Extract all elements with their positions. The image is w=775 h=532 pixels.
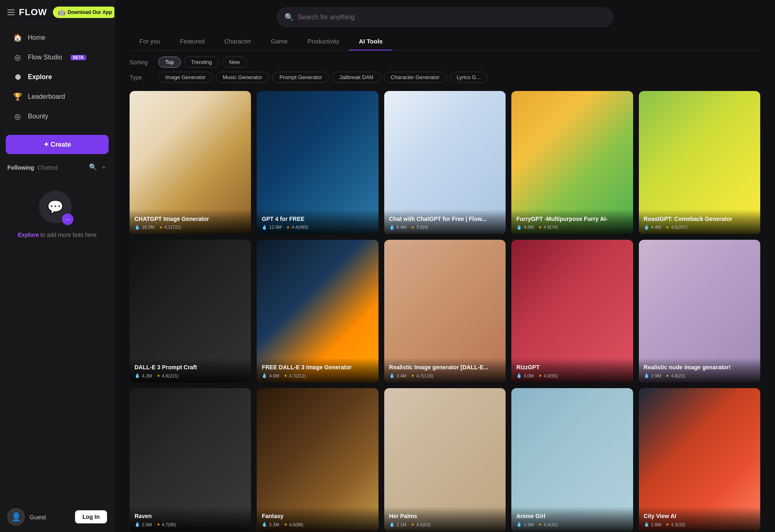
search-input[interactable]	[298, 14, 605, 21]
card-meta: 💧 2.1M · ★ 4.5(63)	[389, 522, 501, 527]
add-following-icon[interactable]: ＋	[100, 163, 107, 172]
star-icon: ★	[666, 522, 669, 527]
card-image: Raven 💧 2.5M · ★ 4.7(95)	[130, 388, 251, 531]
card-title: Chat with ChatGPT for Free | Flow...	[389, 215, 501, 223]
type-character-gen[interactable]: Character Generator	[384, 72, 447, 83]
type-jailbreak[interactable]: Jailbreak DAN	[332, 72, 380, 83]
card-overlay: Fantasy 💧 2.3M · ★ 4.6(88)	[257, 507, 378, 531]
rating: 3.8(4)	[416, 225, 428, 230]
tab-game[interactable]: Game	[261, 34, 298, 50]
card-title: Anime Girl	[516, 512, 628, 520]
bounty-icon: ◎	[13, 112, 22, 121]
user-count: 4.4M	[651, 225, 661, 230]
star-icon: ★	[666, 373, 669, 378]
user-count: 4.0M	[269, 373, 279, 378]
type-image-gen[interactable]: Image Generator	[158, 72, 212, 83]
card-fantasy[interactable]: Fantasy 💧 2.3M · ★ 4.6(88)	[257, 388, 378, 531]
card-title: Her Palms	[389, 512, 501, 520]
rating: 4.7(211)	[289, 373, 306, 378]
user-count: 2.9M	[651, 373, 661, 378]
card-image: FurryGPT -Multipurpose Furry AI- 💧 4.8M …	[511, 91, 633, 234]
card-anime-girl[interactable]: Anime Girl 💧 1.9M · ★ 4.4(41)	[511, 388, 633, 531]
users-icon: 💧	[389, 522, 395, 527]
sidebar-item-bounty[interactable]: ◎ Bounty	[4, 107, 110, 126]
create-button[interactable]: ✦ Create	[6, 135, 109, 154]
user-count: 2.3M	[269, 522, 279, 527]
user-count: 3.4M	[397, 373, 406, 378]
sidebar-item-flowstudio[interactable]: ◎ Flow Studio BETA	[4, 48, 110, 67]
login-button[interactable]: Log In	[75, 510, 107, 523]
users-icon: 💧	[262, 522, 267, 527]
rating: 4.8(22)	[671, 373, 685, 378]
sort-top[interactable]: Top	[158, 57, 181, 68]
card-title: Fantasy	[262, 512, 373, 520]
tab-character[interactable]: Character	[214, 34, 261, 50]
card-image: Realistic Image generator [DALL-E... 💧 3…	[384, 240, 506, 383]
card-realistic-image[interactable]: Realistic Image generator [DALL-E... 💧 3…	[384, 240, 506, 383]
user-count: 1.9M	[524, 522, 533, 527]
sidebar-item-home[interactable]: 🏠 Home	[4, 28, 110, 47]
card-chatgpt-image[interactable]: CHATGPT Image Generator 💧 18.3M · ★ 4.1(…	[130, 91, 251, 234]
type-prompt-gen[interactable]: Prompt Generator	[272, 72, 329, 83]
tab-for-you[interactable]: For you	[130, 34, 170, 50]
sidebar-nav: 🏠 Home ◎ Flow Studio BETA ⊕ Explore 🏆 Le…	[0, 23, 114, 131]
download-app-button[interactable]: 🤖 Download Our App	[53, 7, 115, 18]
explore-icon: ⊕	[13, 73, 22, 82]
rating: 4.6(207)	[671, 225, 688, 230]
tab-ai-tools[interactable]: AI Tools	[349, 34, 392, 50]
card-image: Her Palms 💧 2.1M · ★ 4.5(63)	[384, 388, 506, 531]
user-count: 4.2M	[142, 373, 152, 378]
tab-productivity[interactable]: Productivity	[298, 34, 349, 50]
card-city-view[interactable]: City View AI 💧 1.8M · ★ 4.3(33)	[639, 388, 760, 531]
card-title: FREE DALL-E 3 Image Generator	[262, 364, 373, 371]
star-icon: ★	[157, 522, 160, 527]
bot-icon: 🤖	[58, 9, 66, 16]
sidebar: FLOW 🤖 Download Our App 🏠 Home ◎ Flow St…	[0, 0, 115, 532]
users-icon: 💧	[134, 373, 140, 378]
type-lyrics[interactable]: Lyrics G...	[450, 72, 488, 83]
card-image: RizzGPT 💧 3.0M · ★ 4.0(55)	[511, 240, 633, 383]
guest-label: Guest	[30, 514, 46, 521]
card-rizzgpt[interactable]: RizzGPT 💧 3.0M · ★ 4.0(55)	[511, 240, 633, 383]
rating: 4.0(55)	[544, 373, 558, 378]
card-chat-chatgpt[interactable]: Chat with ChatGPT for Free | Flow... 💧 8…	[384, 91, 506, 234]
search-following-icon[interactable]: 🔍	[89, 163, 97, 172]
card-roastgpt[interactable]: RoastGPT: Comeback Generator 💧 4.4M · ★ …	[639, 91, 760, 234]
card-meta: 💧 4.2M · ★ 4.8(221)	[134, 373, 246, 378]
sidebar-item-explore[interactable]: ⊕ Explore	[4, 68, 110, 86]
search-bar: 🔍	[277, 7, 613, 27]
card-furrygpt[interactable]: FurryGPT -Multipurpose Furry AI- 💧 4.8M …	[511, 91, 633, 234]
card-free-dalle3[interactable]: FREE DALL-E 3 Image Generator 💧 4.0M · ★…	[257, 240, 378, 383]
hamburger-icon[interactable]	[7, 9, 15, 15]
card-image: GPT 4 for FREE 💧 12.0M · ★ 4.4(485)	[257, 91, 378, 234]
user-count: 2.5M	[142, 522, 152, 527]
sort-trending[interactable]: Trending	[184, 57, 219, 68]
rating: 4.8(221)	[162, 373, 179, 378]
sidebar-footer: 👤 Guest Log In	[0, 501, 114, 532]
sorting-label: Sorting	[130, 59, 154, 66]
card-realistic-nude[interactable]: Realistic nude image genarator! 💧 2.9M ·…	[639, 240, 760, 383]
search-bar-wrap: 🔍	[130, 7, 760, 34]
card-title: City View AI	[644, 512, 755, 520]
card-dalle3[interactable]: DALL-E 3 Prompt Craft 💧 4.2M · ★ 4.8(221…	[130, 240, 251, 383]
card-image: City View AI 💧 1.8M · ★ 4.3(33)	[639, 388, 760, 531]
following-section: Following Chatted 🔍 ＋	[0, 158, 114, 174]
card-raven[interactable]: Raven 💧 2.5M · ★ 4.7(95)	[130, 388, 251, 531]
type-music-gen[interactable]: Music Generator	[216, 72, 269, 83]
tab-featured[interactable]: Featured	[170, 34, 214, 50]
card-title: Realistic nude image genarator!	[644, 364, 755, 371]
bot-placeholder-icon: 💬 ···	[39, 191, 76, 227]
card-title: RizzGPT	[516, 364, 628, 371]
users-icon: 💧	[389, 373, 395, 378]
star-icon: ★	[157, 373, 160, 378]
user-count: 3.0M	[524, 373, 533, 378]
sort-new[interactable]: New	[222, 57, 247, 68]
explore-link[interactable]: Explore	[18, 232, 39, 238]
sorting-pills: Top Trending New	[158, 57, 247, 68]
sidebar-item-leaderboard[interactable]: 🏆 Leaderboard	[4, 87, 110, 106]
logo: FLOW	[19, 7, 47, 18]
users-icon: 💧	[516, 522, 522, 527]
card-overlay: Realistic nude image genarator! 💧 2.9M ·…	[639, 358, 760, 382]
card-her-palms[interactable]: Her Palms 💧 2.1M · ★ 4.5(63)	[384, 388, 506, 531]
card-gpt4-free[interactable]: GPT 4 for FREE 💧 12.0M · ★ 4.4(485)	[257, 91, 378, 234]
